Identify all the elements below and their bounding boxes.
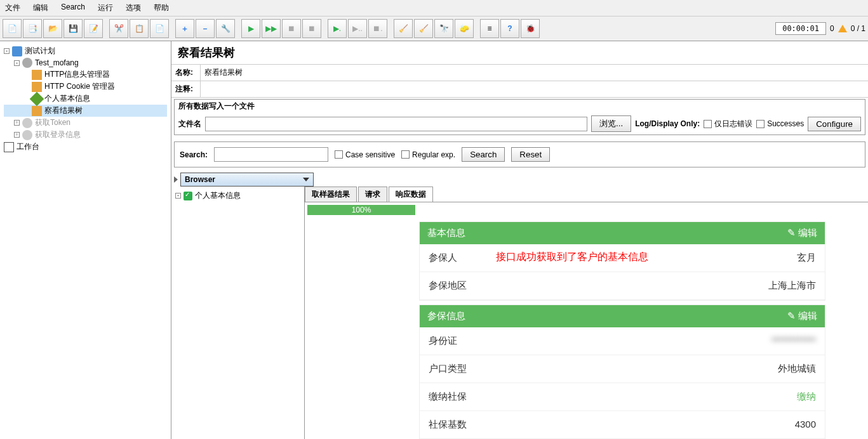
row-value: 外地城镇 xyxy=(778,363,816,375)
toggle-icon[interactable]: + xyxy=(14,120,20,126)
panel-title: 察看结果树 xyxy=(171,41,868,65)
tab-sampler-result[interactable]: 取样器结果 xyxy=(305,187,357,202)
tab-response-data[interactable]: 响应数据 xyxy=(389,187,433,202)
templates-icon[interactable]: 📑 xyxy=(23,19,42,38)
toggle-icon[interactable]: - xyxy=(4,48,10,54)
regex-checkbox[interactable]: Regular exp. xyxy=(401,150,455,159)
tab-request[interactable]: 请求 xyxy=(358,187,387,202)
threadgroup-icon xyxy=(22,58,32,68)
tree-item-results[interactable]: 察看结果树 xyxy=(4,105,167,117)
case-sensitive-checkbox[interactable]: Case sensitive xyxy=(335,150,395,159)
card-row: 缴纳社保 缴纳 xyxy=(420,383,825,411)
results-tree[interactable]: - 个人基本信息 xyxy=(171,187,305,439)
comment-input[interactable] xyxy=(201,82,868,96)
tree-item-label: 获取登录信息 xyxy=(35,129,81,140)
tree-workbench[interactable]: 工作台 xyxy=(4,141,167,153)
cut-icon[interactable]: ✂️ xyxy=(109,19,128,38)
tree-disabled-token[interactable]: + 获取Token xyxy=(4,117,167,129)
paste-icon[interactable]: 📄 xyxy=(150,19,169,38)
dropdown-label: Browser xyxy=(185,175,215,184)
configure-button[interactable]: Configure xyxy=(808,117,861,131)
menu-options[interactable]: 选项 xyxy=(123,1,144,15)
menu-run[interactable]: 运行 xyxy=(95,1,116,15)
edit-button[interactable]: 编辑 xyxy=(787,310,817,322)
card-row: 参保人 接口成功获取到了客户的基本信息 玄月 xyxy=(420,244,825,272)
clear-all-icon[interactable]: 🧹 xyxy=(414,19,433,38)
filename-input[interactable] xyxy=(205,117,587,131)
result-item[interactable]: - 个人基本信息 xyxy=(174,189,302,202)
remote-start-icon[interactable]: ▶. xyxy=(328,19,347,38)
bug-icon[interactable]: 🐞 xyxy=(521,19,540,38)
menu-file[interactable]: 文件 xyxy=(3,1,23,15)
collapse-toggle-icon[interactable] xyxy=(174,176,178,183)
tree-item-label: 获取Token xyxy=(35,117,70,128)
row-label: 社保基数 xyxy=(429,419,467,431)
row-label: 参保人 xyxy=(429,252,457,264)
disabled-icon xyxy=(22,118,32,128)
new-icon[interactable]: 📄 xyxy=(3,19,22,38)
tree-item-cookies[interactable]: HTTP Cookie 管理器 xyxy=(4,81,167,93)
toggle-icon[interactable]: 🔧 xyxy=(216,19,235,38)
tree-item-sampler[interactable]: 个人基本信息 xyxy=(4,93,167,105)
save-as-icon[interactable]: 📝 xyxy=(84,19,103,38)
browse-button[interactable]: 浏览... xyxy=(591,115,631,132)
find-icon[interactable]: 🔭 xyxy=(434,19,453,38)
shutdown-icon[interactable]: ⏹ xyxy=(302,19,321,38)
stop-icon[interactable]: ⏹ xyxy=(282,19,301,38)
toggle-icon[interactable]: + xyxy=(14,132,20,138)
row-label: 身份证 xyxy=(429,335,457,347)
expand-icon[interactable]: ＋ xyxy=(175,19,194,38)
collapse-icon[interactable]: － xyxy=(196,19,215,38)
warning-icon[interactable] xyxy=(838,25,847,32)
clear-icon[interactable]: 🧹 xyxy=(394,19,413,38)
response-body[interactable]: 基本信息 编辑 参保人 接口成功获取到了客户的基本信息 玄月 参保地区 上海上海… xyxy=(305,218,868,439)
tree-threadgroup[interactable]: - Test_mofang xyxy=(4,57,167,69)
remote-start-all-icon[interactable]: ▶.. xyxy=(348,19,367,38)
start-no-pause-icon[interactable]: ▶▶ xyxy=(262,19,281,38)
toggle-icon[interactable]: - xyxy=(175,193,181,199)
tree-disabled-login[interactable]: + 获取登录信息 xyxy=(4,129,167,141)
tree-root[interactable]: - 测试计划 xyxy=(4,45,167,57)
row-value-redacted: ************ xyxy=(771,335,816,347)
open-icon[interactable]: 📂 xyxy=(43,19,62,38)
function-helper-icon[interactable]: ≡ xyxy=(480,19,499,38)
name-input[interactable] xyxy=(201,66,868,80)
search-button[interactable]: Search xyxy=(462,147,505,162)
renderer-dropdown[interactable]: Browser xyxy=(180,173,314,187)
edit-button[interactable]: 编辑 xyxy=(787,227,817,239)
chk-label: 仅日志错误 xyxy=(714,119,752,129)
menu-search[interactable]: Search xyxy=(58,1,88,15)
tree-item-label: 个人基本信息 xyxy=(44,93,90,104)
config-icon xyxy=(32,82,42,92)
search-input[interactable] xyxy=(214,147,328,162)
toggle-icon[interactable]: - xyxy=(14,60,20,66)
copy-icon[interactable]: 📋 xyxy=(130,19,149,38)
start-icon[interactable]: ▶ xyxy=(241,19,260,38)
sampler-icon xyxy=(30,91,44,106)
file-fieldset: 所有数据写入一个文件 文件名 浏览... Log/Display Only: 仅… xyxy=(174,99,865,135)
warn-count: 0 xyxy=(830,24,834,33)
menu-help[interactable]: 帮助 xyxy=(151,1,171,15)
menu-bar: 文件 编辑 Search 运行 选项 帮助 xyxy=(0,0,868,16)
successes-checkbox[interactable]: Successes xyxy=(756,119,804,128)
reset-button[interactable]: Reset xyxy=(511,147,550,162)
remote-stop-icon[interactable]: ⏹. xyxy=(368,19,387,38)
workbench-icon xyxy=(4,142,14,152)
basic-info-card: 基本信息 编辑 参保人 接口成功获取到了客户的基本信息 玄月 参保地区 上海上海… xyxy=(419,221,825,301)
tree-item-headers[interactable]: HTTP信息头管理器 xyxy=(4,69,167,81)
save-icon[interactable]: 💾 xyxy=(63,19,83,38)
card-title: 参保信息 xyxy=(427,310,465,322)
tree-threadgroup-label: Test_mofang xyxy=(35,58,79,67)
errors-only-checkbox[interactable]: 仅日志错误 xyxy=(704,119,752,129)
card-title: 基本信息 xyxy=(427,227,465,239)
help-icon[interactable]: ? xyxy=(500,19,519,38)
test-plan-tree[interactable]: - 测试计划 - Test_mofang HTTP信息头管理器 HTTP Coo… xyxy=(0,41,171,439)
row-value: 上海上海市 xyxy=(768,280,816,292)
chk-label: Successes xyxy=(767,119,804,128)
tree-root-label: 测试计划 xyxy=(25,46,55,56)
reset-search-icon[interactable]: 🧽 xyxy=(455,19,474,38)
row-value: 4300 xyxy=(795,419,816,431)
row-label: 缴纳社保 xyxy=(429,391,467,403)
menu-edit[interactable]: 编辑 xyxy=(30,1,51,15)
testplan-icon xyxy=(12,46,22,56)
